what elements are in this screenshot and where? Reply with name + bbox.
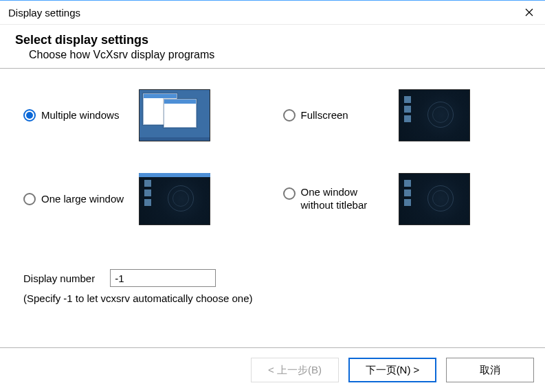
titlebar: Display settings [0,0,545,25]
close-button[interactable] [513,0,545,25]
thumb-fullscreen [399,89,470,141]
window-title: Display settings [8,7,80,19]
page-subheading: Choose how VcXsrv display programs [15,49,531,61]
next-button[interactable]: 下一页(N) > [348,358,436,382]
option-fullscreen[interactable]: Fullscreen [283,89,522,141]
option-label: Fullscreen [301,109,348,122]
option-one-window-no-titlebar[interactable]: One window without titlebar [283,173,522,225]
close-icon [525,8,533,16]
option-label: Multiple windows [41,109,119,122]
display-number-hint: (Specify -1 to let vcxsrv automatically … [23,292,522,304]
thumb-multiple-windows [139,89,210,141]
display-mode-options: Multiple windows Fullscreen One large wi… [23,89,522,225]
radio-one-window-no-titlebar[interactable] [283,187,296,200]
display-number-row: Display number [23,269,522,287]
display-number-label: Display number [23,273,95,284]
page-heading: Select display settings [15,33,531,47]
thumb-one-large-window [139,173,210,225]
option-one-large-window[interactable]: One large window [23,173,263,225]
footer: < 上一步(B) 下一页(N) > 取消 [0,347,545,392]
header: Select display settings Choose how VcXsr… [0,25,545,69]
radio-fullscreen[interactable] [283,109,296,122]
option-multiple-windows[interactable]: Multiple windows [23,89,263,141]
radio-one-large-window[interactable] [23,193,36,205]
option-label: One window without titlebar [301,186,393,212]
body: Multiple windows Fullscreen One large wi… [0,69,545,304]
cancel-button[interactable]: 取消 [446,358,534,382]
display-number-input[interactable] [110,269,216,287]
back-button[interactable]: < 上一步(B) [251,358,339,382]
radio-multiple-windows[interactable] [23,109,36,122]
option-label: One large window [41,193,124,206]
thumb-one-window-no-titlebar [399,173,470,225]
